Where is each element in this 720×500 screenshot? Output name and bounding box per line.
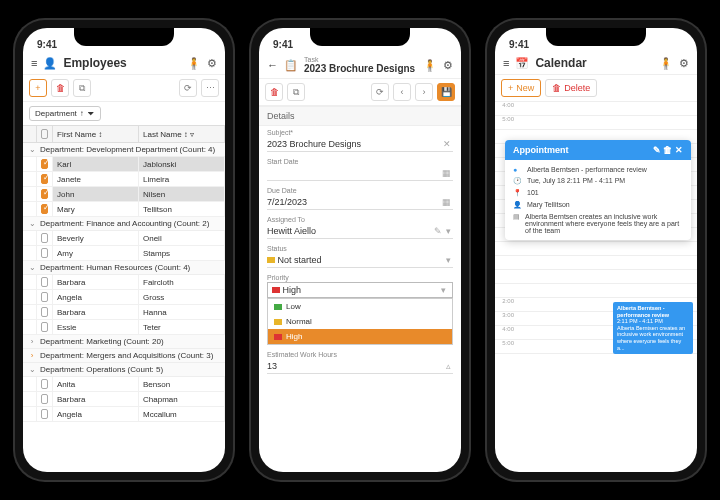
filter-chip-department[interactable]: Department ↑ ⏷	[29, 106, 101, 121]
cell-lastname: Benson	[139, 377, 225, 391]
table-row[interactable]: BeverlyOneil	[23, 231, 225, 246]
time-slot[interactable]	[495, 242, 697, 256]
save-button[interactable]: 💾	[437, 83, 455, 101]
stepper-icon[interactable]: ▵	[444, 361, 453, 371]
calendar-icon[interactable]: ▦	[440, 168, 453, 178]
delete-button[interactable]: 🗑	[265, 83, 283, 101]
back-icon[interactable]: ←	[267, 59, 278, 71]
row-checkbox[interactable]	[37, 187, 53, 201]
time-slot[interactable]: 4:00	[495, 102, 697, 116]
subject-input[interactable]: 2023 Brochure Designs	[267, 139, 441, 149]
chevron-down-icon[interactable]: ▾	[439, 285, 448, 295]
new-button[interactable]: + New	[501, 79, 541, 97]
table-row[interactable]: AngelaMccallum	[23, 407, 225, 422]
chevron-down-icon[interactable]: ▾	[444, 226, 453, 236]
table-row[interactable]: JaneteLimeira	[23, 172, 225, 187]
copy-button[interactable]: ⧉	[287, 83, 305, 101]
menu-icon[interactable]: ≡	[31, 57, 37, 69]
title-bar: ← 📋 Task 2023 Brochure Designs 🧍 ⚙	[259, 52, 461, 79]
row-checkbox[interactable]	[37, 157, 53, 171]
row-checkbox[interactable]	[37, 246, 53, 260]
delete-icon[interactable]: 🗑	[663, 145, 672, 155]
prev-button[interactable]: ‹	[393, 83, 411, 101]
table-row[interactable]: KarlJablonski	[23, 157, 225, 172]
edit-icon[interactable]: ✎	[653, 145, 661, 155]
row-checkbox[interactable]	[37, 231, 53, 245]
table-row[interactable]: AnitaBenson	[23, 377, 225, 392]
filter-bar: Department ↑ ⏷	[23, 102, 225, 125]
group-header[interactable]: ⌄Department: Human Resources (Count: 4)	[23, 261, 225, 275]
col-lastname[interactable]: Last Name ↕ ▿	[139, 126, 225, 142]
refresh-button[interactable]: ⟳	[179, 79, 197, 97]
menu-icon[interactable]: ≡	[503, 57, 509, 69]
calendar-body[interactable]: Appointment ✎ 🗑 ✕ ●Alberta Berntsen - pe…	[495, 102, 697, 472]
status-input[interactable]: Not started	[278, 255, 444, 265]
clear-icon[interactable]: ✕	[441, 139, 453, 149]
close-icon[interactable]: ✕	[675, 145, 683, 155]
user-icon[interactable]: 🧍	[659, 57, 673, 70]
group-header[interactable]: ⌄Department: Development Department (Cou…	[23, 143, 225, 157]
row-checkbox[interactable]	[37, 275, 53, 289]
title-bar: ≡ 👤 Employees 🧍 ⚙	[23, 52, 225, 75]
col-firstname[interactable]: First Name ↕	[53, 126, 139, 142]
gear-icon[interactable]: ⚙	[679, 57, 689, 70]
row-checkbox[interactable]	[37, 290, 53, 304]
time-slot[interactable]	[495, 270, 697, 284]
clock: 9:41	[37, 39, 57, 50]
row-checkbox[interactable]	[37, 202, 53, 216]
assigned-input[interactable]: Hewitt Aiello	[267, 226, 432, 236]
group-header[interactable]: ›Department: Marketing (Count: 20)	[23, 335, 225, 349]
time-slot[interactable]	[495, 256, 697, 270]
row-checkbox[interactable]	[37, 377, 53, 391]
refresh-button[interactable]: ⟳	[371, 83, 389, 101]
priority-input[interactable]: High	[283, 285, 439, 295]
priority-flag-icon	[272, 287, 280, 293]
table-row[interactable]: AngelaGross	[23, 290, 225, 305]
duedate-input[interactable]: 7/21/2023	[267, 197, 440, 207]
next-button[interactable]: ›	[415, 83, 433, 101]
row-checkbox[interactable]	[37, 320, 53, 334]
chevron-down-icon[interactable]: ▾	[444, 255, 453, 265]
gear-icon[interactable]: ⚙	[443, 59, 453, 72]
slot-label	[495, 242, 517, 255]
row-checkbox[interactable]	[37, 407, 53, 421]
row-checkbox[interactable]	[37, 172, 53, 186]
status-flag-icon	[267, 257, 275, 263]
flag-icon	[274, 304, 282, 310]
delete-button[interactable]: 🗑 Delete	[545, 79, 597, 97]
calendar-event[interactable]: Alberta Berntsen - performance review2:1…	[613, 302, 693, 354]
field-startdate: Start Date ▦	[259, 155, 461, 184]
group-header[interactable]: ⌄Department: Finance and Accounting (Cou…	[23, 217, 225, 231]
row-checkbox[interactable]	[37, 305, 53, 319]
priority-option[interactable]: High	[268, 329, 452, 344]
chevron-icon: ⌄	[27, 365, 37, 374]
table-row[interactable]: AmyStamps	[23, 246, 225, 261]
col-select[interactable]	[37, 126, 53, 142]
priority-option[interactable]: Normal	[268, 314, 452, 329]
user-icon[interactable]: 🧍	[187, 57, 201, 70]
add-button[interactable]: +	[29, 79, 47, 97]
table-row[interactable]: BarbaraHanna	[23, 305, 225, 320]
row-checkbox[interactable]	[37, 392, 53, 406]
priority-option[interactable]: Low	[268, 299, 452, 314]
overflow-button[interactable]: ⋯	[201, 79, 219, 97]
delete-button[interactable]: 🗑	[51, 79, 69, 97]
time-slot[interactable]	[495, 284, 697, 298]
calendar-icon[interactable]: ▦	[440, 197, 453, 207]
table-row[interactable]: BarbaraChapman	[23, 392, 225, 407]
group-header[interactable]: ›Department: Mergers and Acquisitions (C…	[23, 349, 225, 363]
copy-button[interactable]: ⧉	[73, 79, 91, 97]
appointment-popup: Appointment ✎ 🗑 ✕ ●Alberta Berntsen - pe…	[505, 140, 691, 240]
user-icon[interactable]: 🧍	[423, 59, 437, 72]
location-icon: 📍	[513, 189, 522, 197]
time-slot[interactable]: 5:00	[495, 116, 697, 130]
estimated-input[interactable]: 13	[267, 361, 444, 371]
chevron-icon: ⌄	[27, 145, 37, 154]
table-row[interactable]: MaryTellitson	[23, 202, 225, 217]
table-row[interactable]: JohnNilsen	[23, 187, 225, 202]
table-row[interactable]: EssieTeter	[23, 320, 225, 335]
table-row[interactable]: BarbaraFaircloth	[23, 275, 225, 290]
gear-icon[interactable]: ⚙	[207, 57, 217, 70]
group-header[interactable]: ⌄Department: Operations (Count: 5)	[23, 363, 225, 377]
edit-icon[interactable]: ✎	[432, 226, 444, 236]
